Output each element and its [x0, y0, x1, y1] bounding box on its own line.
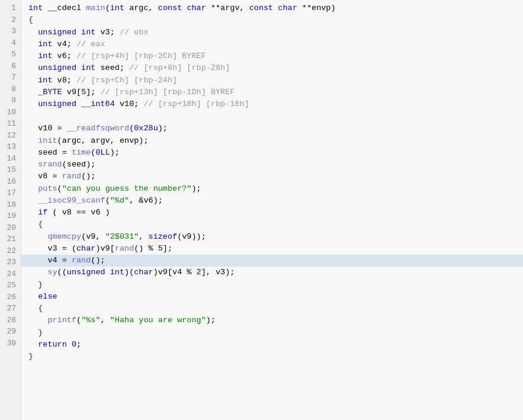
line-num-25: 25 [2, 280, 16, 291]
code-line-27: printf("%s", "Haha you are wrong"); [21, 315, 523, 326]
code-line-11: v10 = __readfsqword(0x28u); [21, 123, 523, 134]
line-num-28: 28 [2, 315, 16, 326]
line-num-2: 2 [2, 14, 16, 26]
code-line-9: unsigned __int64 v10; // [rsp+18h] [rbp-… [21, 98, 523, 110]
line-num-18: 18 [2, 199, 16, 211]
line-num-8: 8 [2, 84, 16, 95]
code-line-10 [21, 110, 523, 123]
line-num-20: 20 [2, 222, 16, 234]
line-num-1: 1 [2, 2, 16, 14]
code-line-5: int v6; // [rsp+4h] [rbp-2Ch] BYREF [21, 50, 523, 62]
code-line-13: seed = time(0LL); [21, 147, 523, 159]
line-num-23: 23 [2, 257, 16, 268]
line-num-24: 24 [2, 268, 16, 280]
code-line-1: int __cdecl main(int argc, const char **… [21, 2, 523, 14]
line-num-9: 9 [2, 95, 16, 107]
code-line-2: { [21, 14, 523, 26]
code-area[interactable]: int __cdecl main(int argc, const char **… [21, 0, 523, 420]
line-num-21: 21 [2, 233, 16, 245]
line-num-7: 7 [2, 72, 16, 84]
code-line-30: } [21, 351, 523, 363]
code-line-24: } [21, 279, 523, 291]
code-container: 1 2 3 4 5 6 7 8 9 10 11 12 13 14 15 16 1… [0, 0, 523, 420]
line-numbers: 1 2 3 4 5 6 7 8 9 10 11 12 13 14 15 16 1… [0, 0, 21, 420]
line-num-14: 14 [2, 153, 16, 165]
code-line-21: v3 = (char)v9[rand() % 5]; [21, 243, 523, 255]
code-line-7: int v8; // [rsp+Ch] [rbp-24h] [21, 75, 523, 86]
line-num-30: 30 [2, 338, 16, 350]
line-num-16: 16 [2, 176, 16, 188]
line-num-15: 15 [2, 164, 16, 176]
line-num-12: 12 [2, 130, 16, 142]
code-line-23: sy((unsigned int)(char)v9[v4 % 2], v3); [21, 267, 523, 278]
code-line-19: { [21, 219, 523, 230]
line-num-27: 27 [2, 303, 16, 315]
line-num-29: 29 [2, 326, 16, 338]
line-num-5: 5 [2, 49, 16, 60]
code-line-6: unsigned int seed; // [rsp+8h] [rbp-28h] [21, 62, 523, 74]
code-line-16: puts("can you guess the number?"); [21, 183, 523, 195]
code-line-28: } [21, 327, 523, 339]
line-num-22: 22 [2, 245, 16, 257]
code-line-22: v4 = rand(); [21, 255, 523, 267]
line-num-19: 19 [2, 210, 16, 222]
code-line-17: __isoc99_scanf("%d", &v6); [21, 195, 523, 207]
code-line-15: v8 = rand(); [21, 171, 523, 182]
code-line-20: qmemcpy(v9, "2$031", sizeof(v9)); [21, 231, 523, 243]
code-line-29: return 0; [21, 339, 523, 351]
code-line-25: else [21, 291, 523, 303]
code-line-8: _BYTE v9[5]; // [rsp+13h] [rbp-1Dh] BYRE… [21, 86, 523, 98]
line-num-11: 11 [2, 118, 16, 130]
code-line-26: { [21, 303, 523, 315]
code-line-12: init(argc, argv, envp); [21, 135, 523, 147]
line-num-17: 17 [2, 187, 16, 199]
code-line-4: int v4; // eax [21, 39, 523, 50]
line-num-6: 6 [2, 60, 16, 72]
code-line-14: srand(seed); [21, 159, 523, 171]
line-num-26: 26 [2, 291, 16, 303]
line-num-3: 3 [2, 25, 16, 37]
code-line-18: if ( v8 == v6 ) [21, 207, 523, 219]
code-line-3: unsigned int v3; // ebx [21, 27, 523, 39]
line-num-10: 10 [2, 107, 16, 118]
line-num-13: 13 [2, 141, 16, 153]
line-num-4: 4 [2, 37, 16, 49]
